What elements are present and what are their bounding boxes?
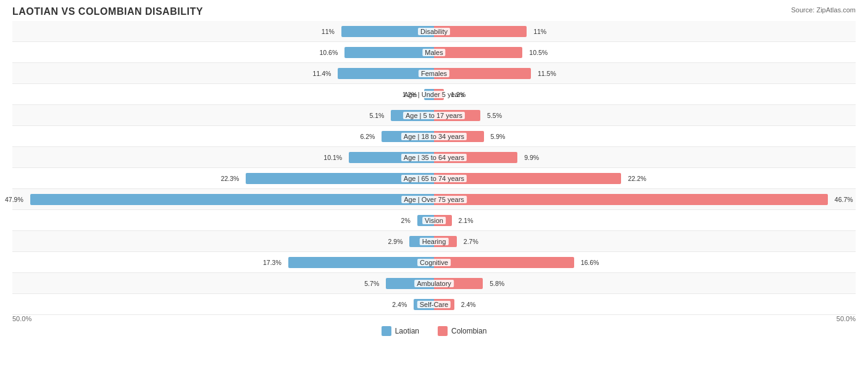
chart-area: Disability11%11%Males10.6%10.5%Females11… xyxy=(12,21,856,315)
value-right: 16.6% xyxy=(581,259,599,266)
legend-laotian: Laotian xyxy=(382,326,419,336)
laotian-color-box xyxy=(382,326,391,336)
laotian-label: Laotian xyxy=(395,327,419,335)
value-left: 6.2% xyxy=(360,133,375,140)
chart-row: Age | 18 to 34 years6.2%5.9% xyxy=(12,126,856,147)
bar-left xyxy=(288,257,434,268)
value-left: 5.1% xyxy=(369,112,384,119)
axis-left-label: 50.0% xyxy=(12,315,31,322)
chart-row: Age | Over 75 years47.9%46.7% xyxy=(12,189,856,210)
value-right: 2.1% xyxy=(459,217,474,224)
value-right: 5.5% xyxy=(487,112,502,119)
value-right: 1.2% xyxy=(451,91,465,98)
chart-row: Vision2%2.1% xyxy=(12,210,856,231)
value-left: 17.3% xyxy=(263,259,282,266)
value-left: 5.7% xyxy=(364,280,379,287)
chart-row: Age | 35 to 64 years10.1%9.9% xyxy=(12,147,856,168)
colombian-label: Colombian xyxy=(451,327,486,335)
chart-row: Cognitive17.3%16.6% xyxy=(12,252,856,273)
row-label: Cognitive xyxy=(417,259,451,266)
value-right: 5.8% xyxy=(490,280,504,287)
chart-row: Age | Under 5 years1.2%1.2% xyxy=(12,84,856,105)
row-label: Females xyxy=(419,70,449,77)
row-label: Age | 35 to 64 years xyxy=(401,154,467,161)
axis-right-label: 50.0% xyxy=(837,315,856,322)
chart-row: Age | 65 to 74 years22.3%22.2% xyxy=(12,168,856,189)
value-left: 22.3% xyxy=(221,175,240,182)
bar-left xyxy=(30,194,434,205)
row-label: Age | 65 to 74 years xyxy=(401,175,467,182)
value-right: 5.9% xyxy=(491,133,506,140)
value-left: 1.2% xyxy=(403,91,417,98)
chart-row: Disability11%11% xyxy=(12,21,856,42)
row-label: Ambulatory xyxy=(414,280,454,287)
value-right: 11% xyxy=(533,28,546,35)
legend-colombian: Colombian xyxy=(438,326,486,336)
value-left: 10.6% xyxy=(320,49,338,56)
value-left: 2% xyxy=(401,217,411,224)
value-left: 47.9% xyxy=(5,196,23,203)
value-left: 11.4% xyxy=(313,70,332,77)
chart-container: LAOTIAN VS COLOMBIAN DISABILITY Source: … xyxy=(0,0,868,378)
bar-right xyxy=(434,194,828,205)
value-right: 22.2% xyxy=(628,175,646,182)
source-text: Source: ZipAtlas.com xyxy=(791,6,856,14)
row-label: Disability xyxy=(418,28,450,35)
value-left: 2.9% xyxy=(388,238,403,245)
value-right: 9.9% xyxy=(524,154,539,161)
legend: Laotian Colombian xyxy=(12,326,856,336)
value-right: 46.7% xyxy=(835,196,853,203)
chart-row: Ambulatory5.7%5.8% xyxy=(12,273,856,294)
value-left: 10.1% xyxy=(323,154,342,161)
colombian-color-box xyxy=(438,326,448,336)
row-label: Self-Care xyxy=(417,301,451,308)
value-right: 2.4% xyxy=(461,301,476,308)
axis-labels: 50.0% 50.0% xyxy=(12,315,856,324)
value-right: 10.5% xyxy=(529,49,548,56)
chart-row: Males10.6%10.5% xyxy=(12,42,856,63)
value-right: 2.7% xyxy=(464,238,478,245)
bar-left xyxy=(344,47,434,58)
row-label: Hearing xyxy=(420,238,449,245)
row-label: Males xyxy=(422,49,445,56)
chart-row: Females11.4%11.5% xyxy=(12,63,856,84)
row-label: Age | Over 75 years xyxy=(401,196,467,203)
row-label: Vision xyxy=(422,217,446,224)
value-left: 2.4% xyxy=(392,301,407,308)
chart-row: Age | 5 to 17 years5.1%5.5% xyxy=(12,105,856,126)
value-left: 11% xyxy=(322,28,335,35)
value-right: 11.5% xyxy=(538,70,556,77)
row-label: Age | 18 to 34 years xyxy=(401,133,467,140)
chart-row: Self-Care2.4%2.4% xyxy=(12,294,856,315)
bar-right xyxy=(434,47,522,58)
row-label: Age | 5 to 17 years xyxy=(403,112,465,119)
bar-right xyxy=(434,257,574,268)
chart-row: Hearing2.9%2.7% xyxy=(12,231,856,252)
chart-title: LAOTIAN VS COLOMBIAN DISABILITY xyxy=(12,6,856,17)
